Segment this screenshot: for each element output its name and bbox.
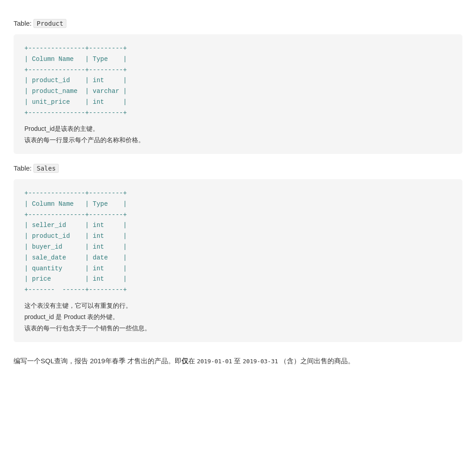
- sales-label-prefix: Table:: [14, 164, 32, 172]
- sales-schema-pre: +---------------+---------+ | Column Nam…: [24, 188, 452, 296]
- question-suffix: （含）之间出售的商品。: [278, 357, 355, 365]
- question-code2: 2019-03-31: [243, 358, 278, 365]
- sales-desc-line2: product_id 是 Product 表的外键。: [24, 311, 452, 323]
- product-schema-pre: +---------------+---------+ | Column Nam…: [24, 43, 452, 119]
- product-schema-desc: Product_id是该表的主键。 该表的每一行显示每个产品的名称和价格。: [24, 123, 452, 146]
- product-desc-line1: Product_id是该表的主键。: [24, 123, 452, 134]
- sales-schema-box: +---------------+---------+ | Column Nam…: [14, 179, 462, 343]
- sales-table-label: Table: Sales: [14, 163, 462, 174]
- sales-label-name: Sales: [33, 164, 59, 173]
- question-bold: 仅: [182, 357, 188, 365]
- product-desc-line2: 该表的每一行显示每个产品的名称和价格。: [24, 134, 452, 146]
- product-table-section: Table: Product +---------------+--------…: [14, 18, 462, 154]
- sales-table-section: Table: Sales +---------------+---------+…: [14, 163, 462, 343]
- question-section: 编写一个SQL查询，报告 2019年春季 才售出的产品。即仅在 2019-01-…: [14, 355, 462, 367]
- question-prefix: 编写一个SQL查询，报告 2019年春季 才售出的产品。即: [14, 357, 182, 365]
- product-table-label: Table: Product: [14, 18, 462, 29]
- sales-schema-desc: 这个表没有主键，它可以有重复的行。 product_id 是 Product 表…: [24, 300, 452, 334]
- question-between: 至: [232, 357, 243, 365]
- sales-desc-line1: 这个表没有主键，它可以有重复的行。: [24, 300, 452, 311]
- question-code1: 2019-01-01: [197, 358, 232, 365]
- product-schema-box: +---------------+---------+ | Column Nam…: [14, 34, 462, 154]
- product-label-prefix: Table:: [14, 19, 32, 27]
- question-middle: 在: [188, 357, 197, 365]
- sales-desc-line3: 该表的每一行包含关于一个销售的一些信息。: [24, 323, 452, 334]
- product-label-name: Product: [33, 19, 66, 28]
